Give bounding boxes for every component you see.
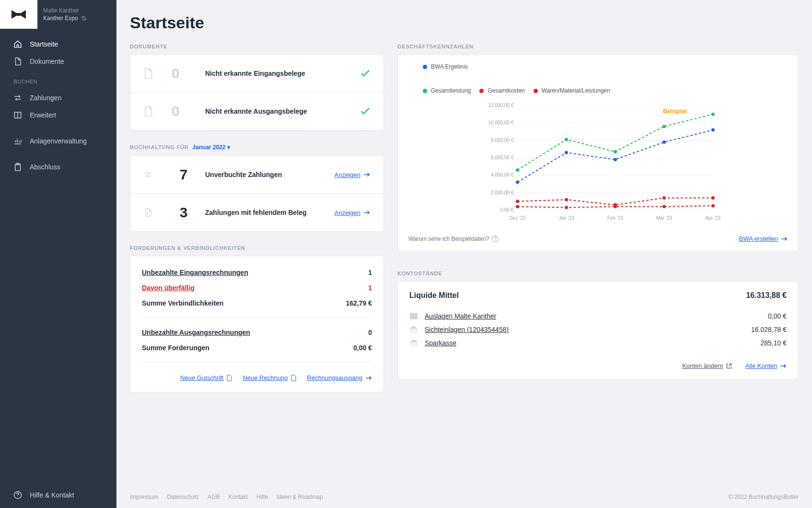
doc-row-outgoing[interactable]: 0 Nicht erkannte Ausgangsbelege (130, 93, 383, 130)
book-row-unbooked: 7 Unverbuchte Zahlungen Anzeigen (130, 156, 383, 194)
external-icon (726, 363, 732, 369)
arrow-right-icon (363, 172, 370, 177)
book-count: 7 (172, 166, 196, 183)
show-missing-button[interactable]: Anzeigen (335, 209, 370, 216)
nav-help[interactable]: Hilfe & Kontakt (0, 482, 116, 508)
receivables-sum-label: Summe Forderungen (142, 344, 209, 352)
unpaid-outgoing-link[interactable]: Unbezahlte Ausgangsrechnungen (142, 329, 250, 336)
footer-ideen[interactable]: Ideen & Roadmap (277, 494, 323, 500)
svg-point-29 (516, 168, 519, 172)
svg-text:6.000,00 €: 6.000,00 € (491, 155, 514, 160)
doc-label: Nicht erkannte Ausgangsbelege (205, 107, 360, 115)
nav-anlagen[interactable]: Anlagenverwaltung (0, 132, 116, 150)
show-unbooked-button[interactable]: Anzeigen (335, 171, 370, 178)
unpaid-outgoing-value: 0 (368, 329, 372, 336)
svg-point-33 (711, 113, 715, 116)
legend-gesamtkosten: Gesamtkosten (479, 87, 524, 94)
gear-icon (81, 15, 87, 21)
unpaid-incoming-link[interactable]: Unbezahlte Eingangsrechnungen (142, 269, 248, 276)
edit-accounts-button[interactable]: Konten ändern (682, 362, 731, 369)
overdue-link[interactable]: Davon überfällig (142, 284, 195, 292)
panels-icon (13, 111, 22, 119)
overdue-value: 1 (368, 284, 372, 292)
create-bwa-button[interactable]: BWA erstellen (739, 235, 788, 242)
svg-text:Apr '23: Apr '23 (706, 215, 721, 221)
account-name[interactable]: Auslagen Malte Kanther (425, 312, 768, 320)
svg-point-39 (516, 205, 519, 208)
chart-icon (13, 137, 22, 145)
doc-row-incoming[interactable]: 0 Nicht erkannte Eingangsbelege (130, 55, 383, 93)
line-chart-svg: 0,00 €2.000,00 €4.000,00 €6.000,00 €8.00… (413, 102, 788, 222)
bookkeeping-card: 7 Unverbuchte Zahlungen Anzeigen 3 Zahlu… (130, 155, 384, 232)
period-selector[interactable]: Januar 2022 ▾ (192, 144, 230, 151)
page-footer: Impressum Datenschutz AGB Kontakt Hilfe … (116, 486, 812, 508)
document-missing-icon (144, 208, 152, 217)
account-name[interactable]: Sparkasse (425, 339, 761, 347)
svg-text:Feb '23: Feb '23 (607, 215, 623, 221)
balances-card: Liquide Mittel 16.313,88 € Auslagen Malt… (397, 281, 799, 379)
footer-agb[interactable]: AGB (208, 494, 220, 500)
footer-impressum[interactable]: Impressum (130, 494, 158, 500)
check-icon (360, 107, 370, 115)
documents-heading: DOKUMENTE (130, 44, 384, 49)
svg-point-25 (565, 151, 568, 154)
chart-watermark: Beispiel (663, 107, 687, 115)
document-icon (13, 57, 22, 66)
svg-text:2.000,00 €: 2.000,00 € (491, 190, 514, 195)
invoice-outgoing-button[interactable]: Rechnungsausgang (307, 374, 372, 381)
chart-hint[interactable]: Warum sehe ich Beispieldaten?? (408, 236, 499, 242)
bowtie-icon (12, 10, 26, 19)
footer-datenschutz[interactable]: Datenschutz (167, 494, 199, 500)
home-icon (13, 40, 22, 48)
doc-count: 0 (172, 65, 196, 82)
kpi-card: BWA Ergebnis Gesamtleistung Gesamtkosten… (397, 54, 799, 251)
bookkeeping-heading: BUCHHALTUNG FÜR Januar 2022 ▾ (130, 144, 384, 151)
account-name[interactable]: Sichteinlagen (1204354458) (425, 326, 751, 333)
account-row: Auslagen Malte Kanther 0,00 € (409, 309, 787, 323)
footer-kontakt[interactable]: Kontakt (228, 494, 248, 500)
svg-text:Mär '23: Mär '23 (656, 215, 672, 221)
nav-erweitert[interactable]: Erweitert (0, 106, 116, 124)
svg-rect-44 (410, 313, 418, 319)
nav-dokumente[interactable]: Dokumente (0, 53, 116, 70)
nav-zahlungen[interactable]: Zahlungen (0, 89, 116, 106)
liquid-assets-label: Liquide Mittel (409, 291, 459, 300)
svg-point-37 (662, 196, 666, 200)
svg-point-24 (516, 180, 519, 184)
svg-point-30 (565, 138, 568, 141)
section-buchen-label: BUCHEN (0, 70, 116, 89)
balances-heading: KONTOSTÄNDE (397, 271, 799, 276)
kpi-heading: GESCHÄFTSKENNZAHLEN (397, 44, 799, 49)
arrow-right-icon (781, 236, 788, 241)
new-credit-button[interactable]: Neue Gutschrift (180, 374, 232, 381)
doc-count: 0 (172, 103, 196, 119)
nav-abschluss[interactable]: Abschluss (0, 158, 116, 176)
user-info[interactable]: Malte Kanther Kanther Expo (37, 2, 93, 26)
arrow-right-icon (363, 210, 370, 215)
svg-point-27 (662, 141, 666, 144)
chart-legend: BWA Ergebnis Gesamtleistung Gesamtkosten… (423, 63, 788, 94)
sidebar-header: Malte Kanther Kanther Expo (0, 0, 116, 29)
logo[interactable] (0, 0, 37, 29)
arrow-right-icon (780, 364, 787, 368)
book-label: Zahlungen mit fehlendem Beleg (205, 209, 335, 216)
receivables-heading: FORDERUNGEN & VERBINDLICHKEITEN (130, 245, 384, 251)
svg-point-32 (662, 125, 666, 128)
nav-startseite[interactable]: Startseite (0, 35, 116, 53)
new-invoice-button[interactable]: Neue Rechnung (243, 374, 296, 381)
arrow-right-icon (365, 376, 372, 380)
svg-point-40 (565, 206, 568, 209)
svg-point-43 (711, 204, 715, 207)
svg-point-42 (662, 205, 666, 208)
all-accounts-button[interactable]: Alle Konten (745, 362, 787, 369)
account-value: 16.028,78 € (751, 326, 787, 333)
footer-hilfe[interactable]: Hilfe (256, 494, 268, 500)
svg-point-35 (565, 198, 568, 201)
document-icon (144, 106, 152, 117)
main-content: Startseite DOKUMENTE 0 Nicht erkannte Ei… (116, 0, 812, 508)
book-label: Unverbuchte Zahlungen (205, 171, 335, 178)
svg-text:Dez '22: Dez '22 (510, 215, 526, 221)
svg-point-26 (614, 158, 617, 161)
liabilities-sum-value: 162,79 € (346, 299, 372, 307)
document-icon (144, 68, 152, 79)
